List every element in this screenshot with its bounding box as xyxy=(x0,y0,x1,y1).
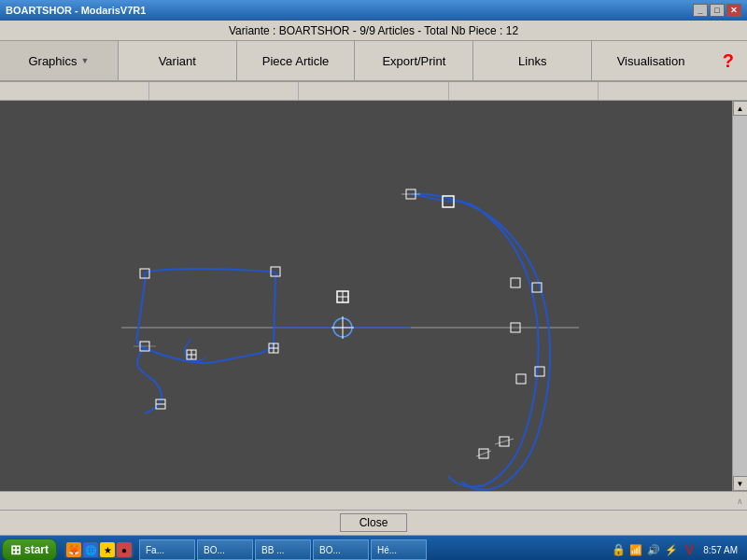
sub-toolbar-item-2 xyxy=(149,82,299,100)
nav-bar: Graphics ▼ Variant Piece Article Export/… xyxy=(0,41,747,82)
sub-toolbar-item-1 xyxy=(0,82,149,100)
taskbar-icon-3[interactable]: ★ xyxy=(100,542,115,557)
taskbar-btn-he[interactable]: Hé... xyxy=(371,539,427,560)
taskbar-icon-1[interactable]: 🦊 xyxy=(66,542,81,557)
nav-item-links[interactable]: Links xyxy=(473,41,592,80)
title-text: BOARTSHOR - ModarisV7R1 xyxy=(6,5,146,16)
tray-icon-3: 🔊 xyxy=(646,542,661,557)
control-point xyxy=(495,437,514,446)
nav-item-export-print[interactable]: Export/Print xyxy=(355,41,473,80)
svg-line-32 xyxy=(476,451,491,456)
system-tray: 🔒 📶 🔊 ⚡ V 8:57 AM xyxy=(611,542,745,557)
control-point xyxy=(476,449,491,458)
sub-toolbar-item-5 xyxy=(599,82,747,100)
tray-icon-4: ⚡ xyxy=(664,542,679,557)
close-bar: Close xyxy=(0,510,747,536)
nav-label-export-print: Export/Print xyxy=(382,54,445,68)
taskbar-icon-4[interactable]: ● xyxy=(117,542,132,557)
control-point xyxy=(516,374,526,384)
taskbar-icon-2[interactable]: 🌐 xyxy=(83,542,98,557)
minimize-button[interactable]: _ xyxy=(693,4,708,17)
svg-rect-28 xyxy=(516,374,526,384)
tray-icon-2: 📶 xyxy=(628,542,643,557)
taskbar-btn-bo2[interactable]: BO... xyxy=(313,539,369,560)
control-point xyxy=(511,278,520,287)
scroll-track[interactable] xyxy=(734,116,747,476)
bottom-status-bar: ∧ xyxy=(0,491,747,510)
taskbar: ⊞ start 🦊 🌐 ★ ● Fa... BO... BB ... BO...… xyxy=(0,536,747,560)
sub-toolbar xyxy=(0,82,747,101)
info-bar: Variante : BOARTSHOR - 9/9 Articles - To… xyxy=(0,21,747,41)
svg-line-30 xyxy=(495,439,514,444)
nav-label-links: Links xyxy=(518,54,546,68)
nav-item-graphics[interactable]: Graphics ▼ xyxy=(0,41,119,80)
control-point xyxy=(402,189,420,199)
nav-label-piece-article: Piece Article xyxy=(262,54,330,68)
taskbar-btn-bo1[interactable]: BO... xyxy=(197,539,253,560)
canvas-svg[interactable] xyxy=(0,101,732,491)
canvas-area[interactable]: ▲ ▼ xyxy=(0,101,747,491)
nav-label-visualisation: Visualisation xyxy=(617,54,685,68)
title-bar: BOARTSHOR - ModarisV7R1 _ □ ✕ xyxy=(0,0,747,21)
close-button[interactable]: Close xyxy=(340,513,408,532)
nav-label-graphics: Graphics xyxy=(28,54,77,68)
scrollbar-vertical[interactable]: ▲ ▼ xyxy=(732,101,747,491)
nav-arrow-graphics: ▼ xyxy=(80,56,89,65)
maximize-button[interactable]: □ xyxy=(710,4,725,17)
tray-icon-1: 🔒 xyxy=(611,542,626,557)
variant-info: Variante : BOARTSHOR - 9/9 Articles - To… xyxy=(229,24,518,37)
control-point-mid xyxy=(337,291,348,302)
scroll-down-button[interactable]: ▼ xyxy=(733,476,748,491)
start-label: start xyxy=(24,543,49,556)
close-button[interactable]: ✕ xyxy=(726,4,741,17)
sub-toolbar-item-4 xyxy=(449,82,599,100)
scroll-up-button[interactable]: ▲ xyxy=(733,101,748,116)
tray-icon-v: V xyxy=(682,542,697,557)
nav-label-variant: Variant xyxy=(159,54,196,68)
svg-rect-26 xyxy=(511,278,520,287)
taskbar-btn-bb[interactable]: BB ... xyxy=(255,539,311,560)
origin-crosshair xyxy=(331,316,354,339)
taskbar-btn-fa[interactable]: Fa... xyxy=(139,539,195,560)
nav-item-variant[interactable]: Variant xyxy=(119,41,237,80)
system-time: 8:57 AM xyxy=(699,545,741,555)
nav-item-visualisation[interactable]: Visualisation xyxy=(592,41,710,80)
sub-toolbar-item-3 xyxy=(299,82,448,100)
window-controls: _ □ ✕ xyxy=(693,4,741,17)
scroll-indicator: ∧ xyxy=(737,497,743,506)
help-button[interactable]: ? xyxy=(710,41,747,80)
nav-item-piece-article[interactable]: Piece Article xyxy=(237,41,356,80)
control-point xyxy=(269,343,278,353)
start-button[interactable]: ⊞ start xyxy=(2,539,57,560)
